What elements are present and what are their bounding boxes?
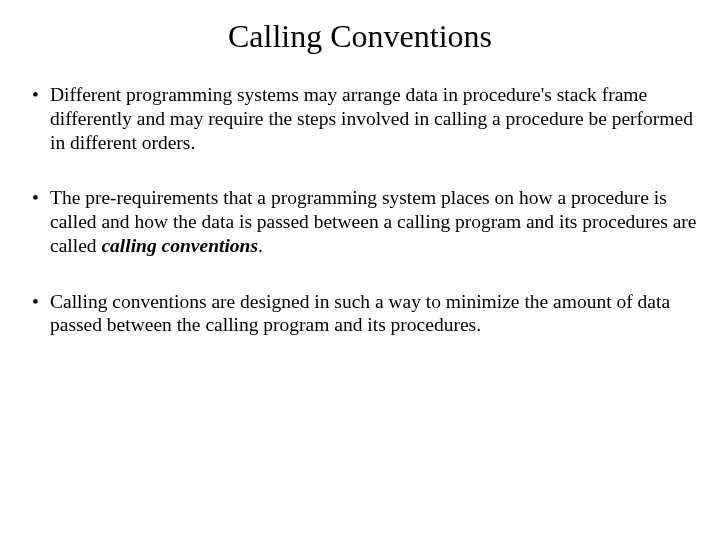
bullet-list: Different programming systems may arrang… <box>20 83 700 337</box>
bullet-item: The pre-requirements that a programming … <box>32 186 700 257</box>
bullet-item: Calling conventions are designed in such… <box>32 290 700 338</box>
bullet-item: Different programming systems may arrang… <box>32 83 700 154</box>
bullet-text-post: . <box>258 235 263 256</box>
slide-title: Calling Conventions <box>20 18 700 55</box>
emphasized-term: calling conventions <box>101 235 258 256</box>
